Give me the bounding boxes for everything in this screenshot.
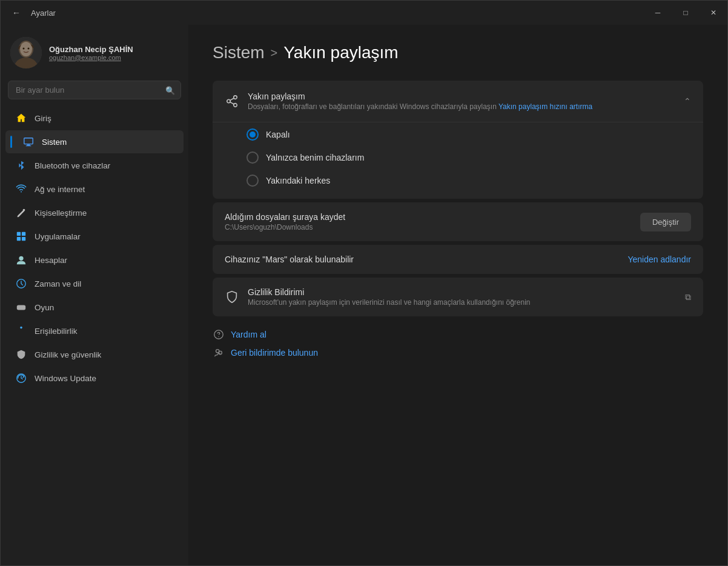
- save-location-path: C:\Users\oguzh\Downloads: [225, 223, 345, 231]
- breadcrumb: Sistem > Yakın paylaşım: [213, 43, 703, 62]
- personalize-icon: [15, 207, 27, 219]
- save-location-left: Aldığım dosyaları şuraya kaydet C:\Users…: [225, 212, 345, 231]
- sidebar-item-gaming[interactable]: Oyun: [5, 296, 184, 319]
- privacy-subtitle: Microsoft'un yakın paylaşım için veriler…: [248, 298, 531, 307]
- close-button[interactable]: ✕: [700, 1, 727, 25]
- content-area: Sistem > Yakın paylaşım: [188, 25, 727, 565]
- breadcrumb-current: Yakın paylaşım: [283, 43, 398, 62]
- feedback-link-item[interactable]: Geri bildirimde bulunun: [213, 347, 703, 359]
- help-link-item[interactable]: Yardım al: [213, 328, 703, 341]
- speed-link[interactable]: Yakın paylaşım hızını artırma: [498, 102, 592, 111]
- radio-yalnizca[interactable]: Yalnızca benim cihazlarım: [247, 151, 691, 164]
- sidebar-label-gaming: Oyun: [35, 303, 54, 312]
- sidebar-item-sistem[interactable]: Sistem: [5, 130, 184, 153]
- minimize-button[interactable]: ─: [644, 1, 672, 25]
- search-box: 🔍: [8, 81, 181, 99]
- nearby-sharing-subtitle: Dosyaları, fotoğrafları ve bağlantıları …: [248, 102, 592, 111]
- accessibility-icon: [15, 325, 27, 337]
- sidebar-item-time[interactable]: Zaman ve dil: [5, 272, 184, 295]
- sidebar-item-accessibility[interactable]: Erişilebilirlik: [5, 319, 184, 342]
- svg-rect-7: [26, 145, 31, 146]
- change-button[interactable]: Değiştir: [640, 213, 691, 231]
- breadcrumb-parent: Sistem: [213, 43, 265, 62]
- svg-point-2: [20, 42, 32, 56]
- nearby-sharing-header[interactable]: Yakın paylaşım Dosyaları, fotoğrafları v…: [213, 81, 703, 122]
- svg-point-16: [20, 327, 22, 329]
- share-icon: [225, 94, 239, 108]
- nearby-sharing-card: Yakın paylaşım Dosyaları, fotoğrafları v…: [213, 81, 703, 199]
- sidebar-item-update[interactable]: Windows Update: [5, 367, 184, 390]
- radio-yalnizca-label: Yalnızca benim cihazlarım: [266, 153, 364, 162]
- sidebar-label-update: Windows Update: [35, 374, 96, 383]
- time-icon: [15, 278, 27, 290]
- feedback-icon: [213, 347, 225, 359]
- update-icon: [15, 372, 27, 384]
- svg-point-18: [234, 96, 237, 99]
- privacy-row-left: Gizlilik Bildirimi Microsoft'un yakın pa…: [225, 287, 531, 307]
- save-location-row: Aldığım dosyaları şuraya kaydet C:\Users…: [213, 202, 703, 241]
- active-indicator: [10, 136, 12, 148]
- sidebar-label-time: Zaman ve dil: [35, 279, 81, 288]
- svg-point-8: [23, 209, 25, 211]
- sidebar-item-giris[interactable]: Giriş: [5, 107, 184, 130]
- radio-kapali[interactable]: Kapalı: [247, 128, 691, 141]
- svg-line-22: [230, 98, 234, 101]
- sidebar-item-accounts[interactable]: Hesaplar: [5, 248, 184, 271]
- titlebar-left: ← Ayarlar: [8, 4, 56, 21]
- bluetooth-icon: [15, 159, 27, 171]
- search-icon: 🔍: [165, 85, 175, 95]
- device-name-card: Cihazınız "Mars" olarak bulunabilir Yeni…: [213, 245, 703, 274]
- radio-group: Kapalı Yalnızca benim cihazlarım Yakında…: [213, 122, 703, 199]
- search-input[interactable]: [8, 81, 181, 99]
- save-location-title: Aldığım dosyaları şuraya kaydet: [225, 212, 345, 222]
- maximize-button[interactable]: □: [672, 1, 700, 25]
- back-button[interactable]: ←: [8, 4, 25, 21]
- privacy-row[interactable]: Gizlilik Bildirimi Microsoft'un yakın pa…: [213, 278, 703, 316]
- sidebar-item-bluetooth[interactable]: Bluetooth ve cihazlar: [5, 154, 184, 177]
- sidebar-item-network[interactable]: Ağ ve internet: [5, 178, 184, 201]
- privacy-card: Gizlilik Bildirimi Microsoft'un yakın pa…: [213, 278, 703, 316]
- feedback-link[interactable]: Geri bildirimde bulunun: [231, 348, 318, 358]
- svg-rect-6: [27, 145, 30, 146]
- settings-window: ← Ayarlar ─ □ ✕: [0, 0, 728, 566]
- svg-rect-12: [22, 237, 25, 241]
- titlebar: ← Ayarlar ─ □ ✕: [1, 1, 727, 25]
- main-content: Oğuzhan Necip ŞAHİN oguzhan@example.com …: [1, 25, 727, 565]
- section-title-group: Yakın paylaşım Dosyaları, fotoğrafları v…: [248, 92, 592, 111]
- help-link[interactable]: Yardım al: [231, 330, 266, 339]
- nav-menu: Giriş Sistem: [1, 107, 188, 390]
- window-title: Ayarlar: [31, 8, 56, 18]
- svg-point-19: [227, 99, 231, 103]
- privacy-icon: [15, 348, 27, 361]
- accounts-icon: [15, 254, 27, 266]
- sidebar-label-privacy: Gizlilik ve güvenlik: [35, 350, 101, 359]
- svg-rect-9: [17, 232, 21, 236]
- apps-icon: [15, 230, 27, 242]
- radio-yakin-label: Yakındaki herkes: [266, 176, 330, 185]
- sidebar-item-privacy[interactable]: Gizlilik ve güvenlik: [5, 343, 184, 366]
- save-location-card: Aldığım dosyaları şuraya kaydet C:\Users…: [213, 202, 703, 241]
- sidebar-item-personalize[interactable]: Kişiselleştirme: [5, 201, 184, 224]
- svg-point-26: [219, 351, 222, 354]
- privacy-title: Gizlilik Bildirimi: [248, 287, 531, 297]
- radio-yakin[interactable]: Yakındaki herkes: [247, 175, 691, 187]
- help-section: Yardım al Geri bildirimde bulunun: [213, 328, 703, 359]
- user-section[interactable]: Oğuzhan Necip ŞAHİN oguzhan@example.com: [1, 30, 188, 81]
- svg-rect-5: [24, 138, 33, 144]
- svg-point-24: [218, 336, 219, 337]
- chevron-up-icon: ⌃: [684, 96, 691, 106]
- shield-icon: [225, 290, 239, 304]
- section-header-left: Yakın paylaşım Dosyaları, fotoğrafları v…: [225, 92, 592, 111]
- sidebar-label-sistem: Sistem: [42, 138, 67, 147]
- user-info: Oğuzhan Necip ŞAHİN oguzhan@example.com: [49, 45, 133, 61]
- svg-line-21: [230, 102, 234, 104]
- radio-kapali-label: Kapalı: [266, 130, 290, 139]
- sidebar: Oğuzhan Necip ŞAHİN oguzhan@example.com …: [1, 25, 188, 565]
- sidebar-label-bluetooth: Bluetooth ve cihazlar: [35, 161, 110, 170]
- rename-link[interactable]: Yeniden adlandır: [627, 255, 691, 264]
- network-icon: [15, 183, 27, 195]
- privacy-text-group: Gizlilik Bildirimi Microsoft'un yakın pa…: [248, 287, 531, 307]
- svg-point-3: [23, 48, 25, 50]
- svg-point-4: [28, 48, 30, 50]
- sidebar-item-apps[interactable]: Uygulamalar: [5, 225, 184, 248]
